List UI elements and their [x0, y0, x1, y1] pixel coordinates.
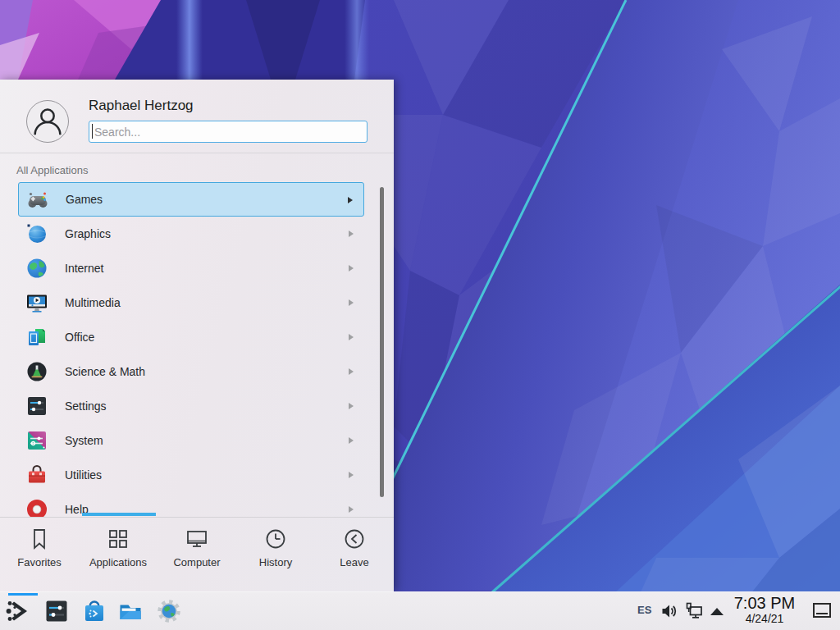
science-flask-icon: [25, 360, 48, 383]
category-row-games[interactable]: Games: [18, 182, 364, 217]
digital-clock[interactable]: 7:03 PM 4/24/21: [728, 595, 801, 625]
submenu-arrow-icon: [349, 231, 354, 237]
clock-date: 4/24/21: [728, 612, 801, 625]
user-name: Raphael Hertzog: [89, 98, 194, 114]
category-label: Games: [66, 193, 103, 206]
settings-sliders-icon: [25, 395, 48, 418]
grid-icon: [106, 527, 130, 551]
submenu-arrow-icon: [349, 265, 354, 272]
clock-icon: [263, 527, 288, 551]
volume-icon[interactable]: [660, 602, 678, 620]
tab-label: Leave: [340, 556, 368, 568]
toolbox-icon: [25, 463, 48, 486]
keyboard-layout-indicator[interactable]: ES: [637, 604, 651, 616]
expand-caret-icon[interactable]: [710, 608, 724, 615]
kickoff-tabbar: Favorites Applications Computer: [0, 518, 394, 591]
category-label: Science & Math: [65, 365, 145, 378]
submenu-arrow-icon: [349, 506, 354, 513]
submenu-arrow-icon: [348, 197, 353, 203]
tab-leave[interactable]: Leave: [315, 518, 394, 591]
taskbar-panel: ES 7:03 PM 4/24/21: [0, 591, 840, 630]
launcher-active-indicator: [8, 593, 38, 596]
submenu-arrow-icon: [349, 472, 354, 478]
office-documents-icon: [25, 326, 48, 349]
show-desktop-button[interactable]: [809, 592, 835, 630]
application-category-list: Games Graphics: [0, 179, 394, 517]
gamepad-icon: [26, 189, 49, 212]
submenu-arrow-icon: [349, 299, 354, 306]
submenu-arrow-icon: [349, 403, 354, 409]
leave-icon: [342, 527, 367, 551]
globe-icon: [25, 257, 48, 280]
section-label: All Applications: [16, 164, 88, 176]
submenu-arrow-icon: [349, 368, 354, 375]
category-row-system[interactable]: System: [18, 423, 364, 458]
network-icon[interactable]: [685, 601, 705, 621]
category-label: Multimedia: [65, 296, 121, 309]
search-input[interactable]: [89, 121, 368, 143]
user-avatar[interactable]: [26, 100, 69, 143]
category-row-internet[interactable]: Internet: [18, 251, 364, 285]
category-row-graphics[interactable]: Graphics: [18, 217, 364, 251]
konqueror-gear-globe-icon[interactable]: [157, 599, 181, 623]
category-row-settings[interactable]: Settings: [18, 389, 364, 423]
category-row-utilities[interactable]: Utilities: [18, 458, 364, 492]
submenu-arrow-icon: [349, 437, 354, 444]
category-row-multimedia[interactable]: Multimedia: [18, 285, 364, 320]
category-label: System: [65, 434, 103, 447]
category-label: Settings: [65, 399, 107, 413]
submenu-arrow-icon: [349, 334, 354, 340]
text-cursor: [92, 124, 93, 139]
discover-icon[interactable]: [83, 600, 106, 623]
tab-label: Favorites: [17, 556, 61, 568]
category-label: Internet: [65, 262, 103, 275]
tab-label: Computer: [173, 556, 220, 568]
lifebuoy-icon: [25, 498, 48, 517]
user-silhouette-icon: [27, 101, 68, 142]
category-row-science-math[interactable]: Science & Math: [18, 354, 364, 389]
category-label: Utilities: [65, 468, 102, 482]
desktop-rect-icon: [813, 603, 831, 618]
tab-label: Applications: [89, 556, 147, 568]
kickoff-menu: Raphael Hertzog All Applications Games: [0, 80, 394, 591]
category-row-help[interactable]: Help: [18, 492, 364, 517]
tab-favorites[interactable]: Favorites: [0, 518, 79, 591]
category-label: Graphics: [65, 227, 111, 240]
tab-applications[interactable]: Applications: [79, 518, 158, 591]
graphics-ball-icon: [25, 222, 48, 245]
system-settings-icon[interactable]: [45, 600, 68, 623]
tab-computer[interactable]: Computer: [158, 518, 236, 591]
category-label: Office: [65, 331, 94, 344]
kde-launcher-icon[interactable]: [6, 599, 30, 623]
desktop-rect-line: [816, 613, 828, 614]
tab-history[interactable]: History: [236, 518, 315, 591]
tab-label: History: [259, 556, 292, 568]
clock-time: 7:03 PM: [728, 595, 801, 612]
multimedia-monitor-icon: [25, 291, 48, 314]
list-scrollbar[interactable]: [380, 187, 384, 497]
category-row-office[interactable]: Office: [18, 320, 364, 354]
dolphin-folder-icon[interactable]: [118, 599, 143, 623]
bookmark-icon: [27, 527, 52, 551]
active-tab-indicator: [82, 513, 156, 516]
system-sliders-icon: [25, 429, 48, 452]
header-separator: [0, 153, 394, 153]
monitor-icon: [185, 527, 209, 551]
